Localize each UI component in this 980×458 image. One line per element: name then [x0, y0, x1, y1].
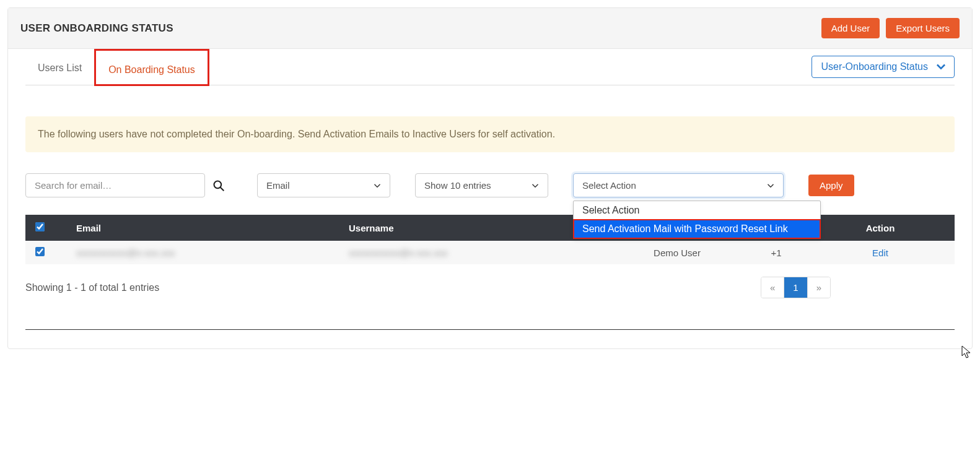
chevron-down-icon — [532, 182, 539, 189]
table-footer: Showing 1 - 1 of total 1 entries « 1 » — [25, 277, 955, 298]
entries-summary: Showing 1 - 1 of total 1 entries — [25, 282, 159, 293]
divider — [25, 329, 955, 330]
status-filter-label: User-Onboarding Status — [821, 61, 928, 72]
card-body: Users List On Boarding Status User-Onboa… — [8, 49, 972, 348]
row-email: xxxxxxxxxxx@x-xxx.xxx — [70, 248, 349, 258]
row-role: Demo User — [615, 248, 739, 258]
add-user-button[interactable]: Add User — [821, 18, 880, 38]
col-check-all — [33, 222, 70, 233]
page-title: USER ONBOARDING STATUS — [20, 22, 173, 35]
pager-prev[interactable]: « — [761, 277, 784, 298]
select-action-dropdown: Select Action Send Activation Mail with … — [573, 201, 821, 239]
chevron-down-icon — [767, 182, 774, 189]
entries-select[interactable]: Show 10 entries — [415, 173, 548, 197]
chevron-down-icon — [374, 182, 381, 189]
main-card: USER ONBOARDING STATUS Add User Export U… — [7, 7, 973, 349]
row-action: Edit — [813, 248, 947, 258]
row-username: xxxxxxxxxxx@x-xxx.xxx — [349, 248, 615, 258]
pager: « 1 » — [761, 277, 831, 298]
filter-field-value: Email — [266, 180, 290, 191]
row-count: +1 — [739, 248, 813, 258]
col-action-header: Action — [813, 223, 947, 233]
action-option-send-activation[interactable]: Send Activation Mail with Password Reset… — [574, 220, 820, 238]
col-email-header: Email — [70, 223, 349, 233]
card-header: USER ONBOARDING STATUS Add User Export U… — [8, 8, 972, 49]
select-action-value: Select Action — [582, 180, 636, 191]
apply-button[interactable]: Apply — [808, 175, 854, 196]
svg-point-0 — [214, 181, 222, 188]
search-input[interactable] — [25, 173, 205, 197]
header-actions: Add User Export Users — [821, 18, 960, 38]
tabs: Users List On Boarding Status — [25, 49, 209, 85]
tab-users-list[interactable]: Users List — [25, 49, 94, 85]
search-wrap — [25, 173, 225, 197]
tab-onboarding-status[interactable]: On Boarding Status — [94, 49, 209, 86]
table-row: xxxxxxxxxxx@x-xxx.xxx xxxxxxxxxxx@x-xxx.… — [25, 241, 955, 264]
row-checkbox[interactable] — [35, 247, 45, 256]
pager-page-1[interactable]: 1 — [784, 277, 807, 298]
search-icon[interactable] — [212, 179, 225, 192]
tabs-row: Users List On Boarding Status User-Onboa… — [25, 49, 955, 85]
select-action-wrap: Select Action Select Action Send Activat… — [573, 173, 784, 197]
pager-next[interactable]: » — [808, 277, 830, 298]
entries-value: Show 10 entries — [424, 180, 491, 191]
row-check — [33, 247, 70, 258]
select-action[interactable]: Select Action — [573, 173, 784, 197]
edit-link[interactable]: Edit — [872, 248, 888, 258]
filter-field-select[interactable]: Email — [257, 173, 390, 197]
info-banner: The following users have not completed t… — [25, 116, 955, 152]
export-users-button[interactable]: Export Users — [886, 18, 960, 38]
action-option-default[interactable]: Select Action — [574, 201, 820, 220]
chevron-down-icon — [937, 63, 945, 71]
select-all-checkbox[interactable] — [35, 222, 45, 231]
svg-line-1 — [221, 187, 224, 191]
controls-row: Email Show 10 entries Select Action Sele… — [25, 173, 955, 197]
status-filter-dropdown[interactable]: User-Onboarding Status — [812, 56, 955, 78]
